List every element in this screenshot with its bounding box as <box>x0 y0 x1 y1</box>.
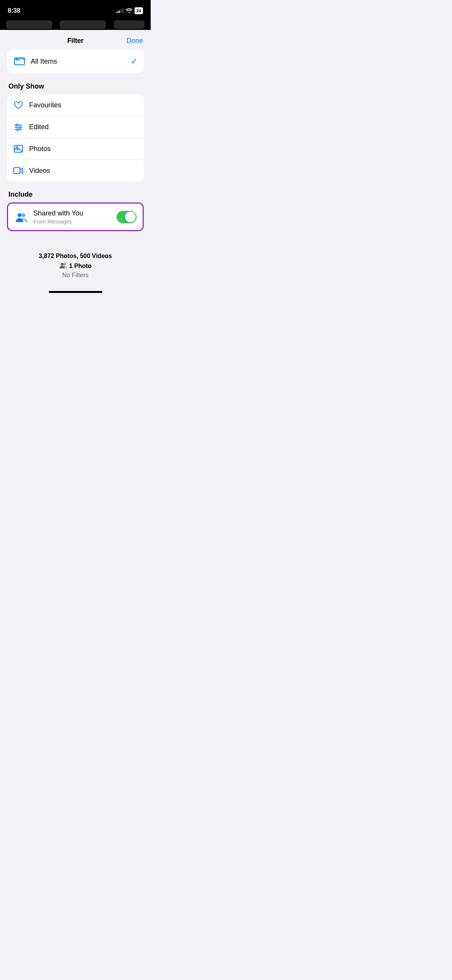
all-items-label: All Items <box>31 58 126 66</box>
all-items-icon <box>13 55 26 68</box>
sliders-icon <box>13 122 24 132</box>
svg-point-6 <box>19 127 21 128</box>
shared-with-you-card: Shared with You From Messages <box>7 202 144 231</box>
page-title: Filter <box>67 37 83 45</box>
photos-videos-count: 3,872 Photos, 500 Videos <box>8 253 143 260</box>
signal-icon <box>117 8 123 13</box>
videos-row[interactable]: Videos <box>7 159 144 181</box>
shared-count-label: 1 Photo <box>69 263 92 270</box>
bottom-stats: 3,872 Photos, 500 Videos 1 Photo No Filt… <box>0 237 151 286</box>
wifi-icon <box>126 8 132 14</box>
done-button[interactable]: Done <box>127 37 143 45</box>
photos-row[interactable]: Photos <box>7 138 144 159</box>
edited-label: Edited <box>29 123 49 131</box>
svg-rect-10 <box>14 168 20 174</box>
status-bar: 8:38 24 <box>0 0 151 19</box>
top-peek-area <box>0 19 151 30</box>
photos-label: Photos <box>29 145 51 153</box>
peek-card-2 <box>60 20 106 29</box>
shared-subtitle: From Messages <box>33 219 111 225</box>
all-items-row[interactable]: All Items ✓ <box>7 49 144 73</box>
only-show-title: Only Show <box>7 79 144 94</box>
svg-point-11 <box>18 213 21 217</box>
shared-count-row: 1 Photo <box>8 262 143 270</box>
main-content: Filter Done All Items ✓ Only Show <box>0 30 151 286</box>
shared-title: Shared with You <box>33 209 111 218</box>
svg-point-5 <box>16 124 18 126</box>
svg-point-12 <box>21 213 25 217</box>
shared-with-you-toggle[interactable] <box>117 211 136 223</box>
all-items-section: All Items ✓ <box>0 49 151 79</box>
include-section: Include Shared with You From Messages <box>0 187 151 237</box>
all-items-card: All Items ✓ <box>7 49 144 73</box>
svg-point-7 <box>17 129 19 131</box>
shared-people-icon <box>14 210 28 224</box>
svg-point-1 <box>16 59 18 61</box>
home-indicator <box>0 286 151 296</box>
heart-icon <box>13 100 24 110</box>
shared-with-you-row[interactable]: Shared with You From Messages <box>8 204 143 230</box>
status-time: 8:38 <box>8 7 20 15</box>
include-title: Include <box>7 187 144 202</box>
favourites-row[interactable]: Favourites <box>7 94 144 116</box>
edited-row[interactable]: Edited <box>7 116 144 138</box>
home-bar <box>49 291 102 293</box>
filter-status: No Filters <box>8 272 143 279</box>
status-icons: 24 <box>117 7 143 14</box>
toggle-knob <box>125 212 136 222</box>
peek-card-3 <box>114 20 145 29</box>
svg-point-14 <box>63 263 66 266</box>
videos-label: Videos <box>29 167 50 175</box>
only-show-section: Only Show Favourites <box>0 79 151 187</box>
shared-count-icon <box>59 262 67 270</box>
all-items-checkmark: ✓ <box>131 56 138 66</box>
favourites-label: Favourites <box>29 101 61 109</box>
filter-header: Filter Done <box>0 30 151 49</box>
svg-point-13 <box>61 263 64 266</box>
peek-card-1 <box>6 20 52 29</box>
video-icon <box>13 165 24 176</box>
shared-text-block: Shared with You From Messages <box>33 209 111 225</box>
battery-indicator: 24 <box>135 7 143 14</box>
only-show-card: Favourites Edited <box>7 94 144 181</box>
photo-icon <box>13 143 24 154</box>
